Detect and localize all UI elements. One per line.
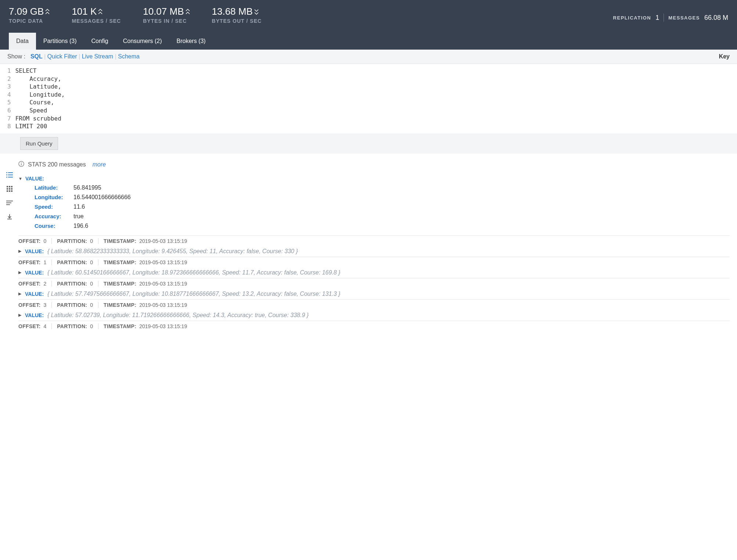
svg-rect-15 [6,201,13,201]
field-value: 16.544001666666666 [73,194,131,201]
tab-config[interactable]: Config [84,33,116,50]
tab-partitions-3-[interactable]: Partitions (3) [36,33,84,50]
sql-editor[interactable]: 12345678 SELECT Accuracy, Latitude, Long… [0,64,737,133]
svg-rect-13 [9,190,10,192]
timestamp-value: 2019-05-03 13:15:19 [139,281,187,287]
messages-value: 66.08 M [704,14,728,22]
timestamp-label: TIMESTAMP: [104,238,136,244]
chevron-up-icon [186,9,190,15]
field-key: Longitude: [35,194,68,200]
key-toggle[interactable]: Key [719,53,730,60]
field-value: 11.6 [73,204,85,210]
download-icon[interactable] [6,213,13,220]
json-preview: { Latitude: 57.02739, Longitude: 11.7192… [47,312,309,319]
metric-messages-sec: 101 K MESSAGES / SEC [72,6,121,24]
grid-view-icon[interactable] [6,185,13,193]
stats-text: STATS 200 messages [28,161,86,168]
metric-bytes-out-value: 13.68 MB [212,6,253,17]
actions-row: Run Query [0,133,737,154]
offset-value: 2 [43,281,46,287]
timestamp-label: TIMESTAMP: [104,323,136,329]
metrics-row: 7.09 GB TOPIC DATA 101 K MESSAGES / SEC … [9,6,728,33]
field-row: Longitude:16.544001666666666 [35,193,730,202]
lines-view-icon[interactable] [6,199,13,207]
tabs: DataPartitions (3)ConfigConsumers (2)Bro… [9,33,728,50]
divider [98,259,98,265]
divider [98,302,98,308]
svg-rect-17 [6,204,10,205]
svg-rect-3 [8,175,13,175]
result-item: OFFSET:1PARTITION:0TIMESTAMP:2019-05-03 … [18,256,730,278]
svg-rect-9 [7,188,8,190]
metric-bytes-in: 10.07 MB BYTES IN / SEC [143,6,190,24]
tab-data[interactable]: Data [9,33,36,50]
divider [98,238,98,244]
svg-rect-2 [6,175,7,175]
field-row: Course:196.6 [35,221,730,231]
result-item: OFFSET:4PARTITION:0TIMESTAMP:2019-05-03 … [18,320,730,331]
divider [51,323,52,329]
divider [98,323,98,329]
svg-rect-20 [21,164,22,165]
top-banner: 7.09 GB TOPIC DATA 101 K MESSAGES / SEC … [0,0,737,50]
messages-label: MESSAGES [668,15,700,21]
metric-topic-data-label: TOPIC DATA [9,18,50,24]
svg-rect-6 [7,186,8,187]
caret-down-icon: ▼ [18,176,22,181]
caret-right-icon: ▶ [18,249,21,254]
list-view-icon[interactable] [6,171,13,179]
subbar-link-sql[interactable]: SQL [30,53,43,60]
subbar-link-live-stream[interactable]: Live Stream [82,53,113,60]
field-key: Accuracy: [35,213,68,219]
caret-right-icon: ▶ [18,270,21,275]
metric-bytes-out: 13.68 MB BYTES OUT / SEC [212,6,262,24]
line-numbers: 12345678 [7,67,15,130]
subbar-link-quick-filter[interactable]: Quick Filter [47,53,77,60]
show-label: Show : [7,53,25,60]
tab-consumers-2-[interactable]: Consumers (2) [116,33,169,50]
field-row: Speed:11.6 [35,202,730,212]
svg-rect-7 [9,186,10,187]
expanded-result: ▼ VALUE: Latitude:56.841995Longitude:16.… [18,174,730,231]
collapsed-value-row[interactable]: ▶VALUE:{ Latitude: 60.51450166666667, Lo… [18,268,730,278]
value-label: VALUE: [25,270,44,276]
offset-label: OFFSET: [18,302,40,308]
offset-label: OFFSET: [18,323,40,329]
metric-topic-data: 7.09 GB TOPIC DATA [9,6,50,24]
caret-right-icon: ▶ [18,313,21,317]
timestamp-value: 2019-05-03 13:15:19 [139,238,187,244]
partition-value: 0 [90,238,93,244]
collapsed-value-row[interactable]: ▶VALUE:{ Latitude: 57.02739, Longitude: … [18,310,730,320]
json-preview: { Latitude: 60.51450166666667, Longitude… [47,269,340,276]
timestamp-value: 2019-05-03 13:15:19 [139,302,187,308]
collapsed-value-row[interactable]: ▶VALUE:{ Latitude: 57.74975666666667, Lo… [18,289,730,299]
divider: | [77,53,82,60]
right-info: REPLICATION 1 MESSAGES 66.08 M [613,14,728,24]
sub-toolbar: Show : SQL | Quick Filter | Live Stream … [0,50,737,64]
timestamp-label: TIMESTAMP: [104,281,136,287]
partition-value: 0 [90,259,93,265]
result-item: OFFSET:0PARTITION:0TIMESTAMP:2019-05-03 … [18,235,730,256]
view-tools [0,159,18,331]
svg-rect-8 [11,186,12,187]
replication-value: 1 [655,14,659,22]
partition-value: 0 [90,302,93,308]
partition-value: 0 [90,323,93,329]
expanded-fields: Latitude:56.841995Longitude:16.544001666… [18,183,730,231]
svg-rect-14 [11,190,12,192]
value-label: VALUE: [25,248,44,254]
result-item: OFFSET:2PARTITION:0TIMESTAMP:2019-05-03 … [18,278,730,299]
run-query-button[interactable]: Run Query [20,137,58,150]
offset-label: OFFSET: [18,238,40,244]
expanded-value-header[interactable]: ▼ VALUE: [18,174,730,183]
field-key: Latitude: [35,184,68,191]
collapsed-value-row[interactable]: ▶VALUE:{ Latitude: 58.86822333333333, Lo… [18,246,730,256]
more-link[interactable]: more [93,161,106,168]
metric-topic-data-value: 7.09 GB [9,6,44,17]
code-body[interactable]: SELECT Accuracy, Latitude, Longitude, Co… [15,67,65,130]
divider: | [113,53,118,60]
tab-brokers-3-[interactable]: Brokers (3) [169,33,213,50]
partition-label: PARTITION: [57,302,87,308]
content-area: STATS 200 messages more ▼ VALUE: Latitud… [0,154,737,331]
subbar-link-schema[interactable]: Schema [118,53,140,60]
